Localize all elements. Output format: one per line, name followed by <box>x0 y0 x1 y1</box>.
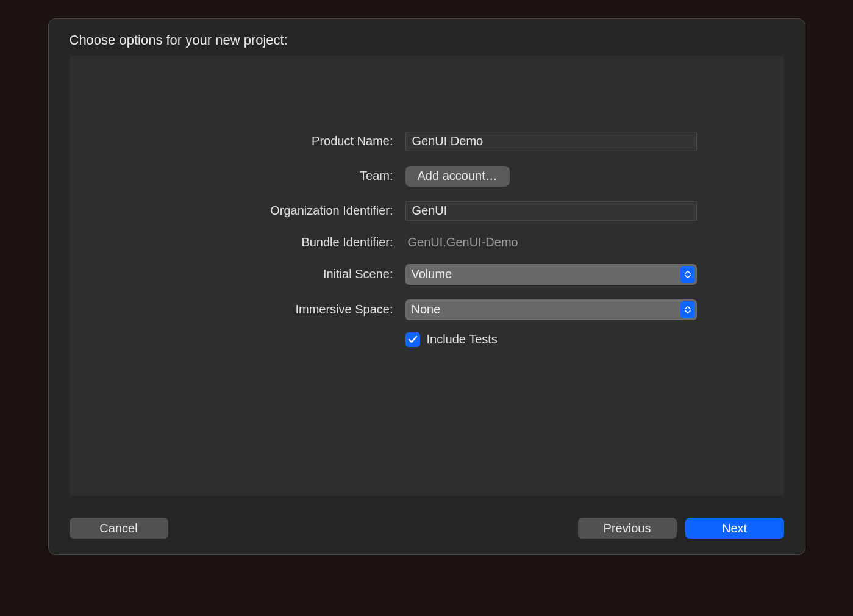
org-identifier-label: Organization Identifier: <box>155 204 393 218</box>
project-options-sheet: Choose options for your new project: Pro… <box>48 18 805 555</box>
initial-scene-value: Volume <box>412 267 452 281</box>
button-row: Cancel Previous Next <box>70 518 784 539</box>
options-form: Product Name: Team: Add account… Organiz… <box>155 132 698 347</box>
content-container: Product Name: Team: Add account… Organiz… <box>70 56 784 496</box>
previous-button[interactable]: Previous <box>578 518 677 539</box>
initial-scene-label: Initial Scene: <box>155 267 393 281</box>
add-account-button[interactable]: Add account… <box>405 166 510 187</box>
bundle-identifier-label: Bundle Identifier: <box>155 235 393 249</box>
sheet-title: Choose options for your new project: <box>70 32 784 48</box>
check-icon <box>408 335 418 344</box>
product-name-label: Product Name: <box>155 134 393 148</box>
org-identifier-input[interactable] <box>405 201 697 221</box>
immersive-space-value: None <box>412 303 441 317</box>
immersive-space-select[interactable]: None <box>405 299 697 320</box>
bundle-identifier-value: GenUI.GenUI-Demo <box>405 235 698 249</box>
updown-stepper-icon <box>680 301 695 318</box>
include-tests-checkbox[interactable] <box>405 332 420 347</box>
updown-stepper-icon <box>680 266 695 283</box>
cancel-button[interactable]: Cancel <box>70 518 168 539</box>
immersive-space-label: Immersive Space: <box>155 303 393 317</box>
next-button[interactable]: Next <box>685 518 784 539</box>
product-name-input[interactable] <box>405 132 697 151</box>
include-tests-label: Include Tests <box>427 332 498 346</box>
initial-scene-select[interactable]: Volume <box>405 264 697 285</box>
team-label: Team: <box>155 169 393 183</box>
